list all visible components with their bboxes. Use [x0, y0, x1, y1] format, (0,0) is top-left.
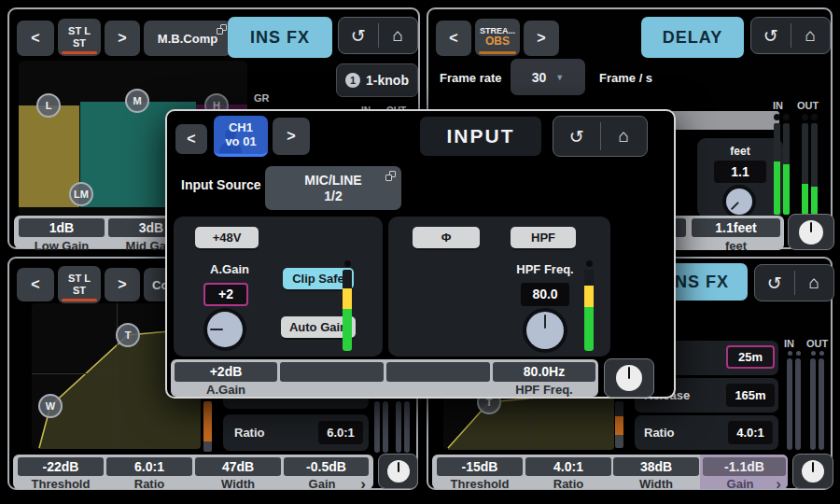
hpf-freq-label: HPF Freq. [510, 262, 581, 276]
in-meter-l [774, 114, 780, 215]
undo-button[interactable]: ↺ [339, 18, 378, 53]
release-row-value[interactable]: 165m [726, 384, 775, 407]
param-value-2[interactable] [280, 362, 384, 382]
out-meter-r [404, 401, 410, 453]
more-params-chevron[interactable]: › [772, 475, 785, 494]
touch-knob-button[interactable] [792, 454, 833, 489]
ratio-label: Ratio [106, 477, 192, 491]
touch-knob-button[interactable] [378, 454, 418, 489]
chevron-right-icon: > [287, 128, 295, 145]
undo-button[interactable]: ↺ [755, 265, 794, 301]
delay-tab[interactable]: DELAY [641, 17, 744, 58]
ins-fx-label: INS FX [669, 273, 729, 292]
channel-select-button[interactable]: STREA... OBS [475, 19, 520, 56]
gr-meter-base [615, 435, 623, 448]
gain-value[interactable]: -1.1dB [703, 457, 786, 476]
ratio-row-value[interactable]: 4.0:1 [728, 421, 773, 444]
out-meter-l [810, 351, 816, 450]
threshold-value[interactable]: -15dB [437, 457, 523, 476]
width-value[interactable]: 47dB [195, 457, 281, 476]
more-params-chevron[interactable]: › [357, 475, 370, 494]
mid-band-handle[interactable]: M [125, 89, 149, 113]
chevron-left-icon: < [31, 30, 39, 47]
in-meter-r [783, 114, 790, 215]
gain-value[interactable]: -0.5dB [284, 457, 369, 476]
ratio-row[interactable]: Ratio 4.0:1 [635, 415, 778, 450]
channel-select-button[interactable]: ST L ST [58, 266, 101, 303]
undo-button[interactable]: ↺ [751, 18, 791, 53]
prev-channel-button[interactable]: < [17, 268, 54, 301]
prev-channel-button[interactable]: < [436, 21, 471, 56]
feet-value[interactable]: 1.1 [714, 161, 766, 183]
home-button[interactable]: ⌂ [791, 18, 831, 53]
home-button[interactable]: ⌂ [601, 117, 648, 156]
copy-icon [217, 24, 227, 35]
effect-name-button[interactable]: M.B.Comp [144, 21, 231, 56]
hpf-freq-knob[interactable] [526, 312, 564, 349]
next-channel-button[interactable]: > [105, 21, 140, 56]
input-source-button[interactable]: MIC/LINE 1/2 [265, 166, 401, 210]
hpf-freq-value[interactable]: 80.0 [521, 283, 569, 306]
touch-knob-button[interactable] [788, 214, 834, 250]
again-knob[interactable] [207, 312, 243, 347]
knob-icon [802, 460, 824, 483]
ratio-value[interactable]: 4.0:1 [525, 457, 611, 476]
delay-knob[interactable] [721, 183, 758, 220]
one-knob-icon: 1 [345, 73, 360, 88]
in-meter-label: IN [773, 100, 783, 111]
out-meter-l [802, 114, 808, 215]
home-button[interactable]: ⌂ [795, 265, 834, 301]
next-channel-button[interactable]: > [524, 21, 559, 56]
out-meter-label: OUT [797, 100, 819, 111]
frame-rate-value: 30 [532, 70, 547, 85]
frame-rate-dropdown[interactable]: 30 ▼ [511, 59, 585, 95]
threshold-value[interactable]: -22dB [18, 457, 104, 476]
channel-select-button[interactable]: CH1 vo 01 [214, 116, 268, 157]
feet-param-value[interactable]: 1.1feet [692, 218, 780, 237]
preamp-section: +48V A.Gain +2 Clip Safe Auto Gain [174, 217, 383, 357]
gr-meter-base [203, 441, 212, 452]
touch-knob-button[interactable] [604, 358, 654, 398]
input-level-meter [584, 260, 594, 351]
again-param-value[interactable]: +2dB [175, 362, 277, 382]
threshold-label: Threshold [437, 477, 523, 491]
phase-button[interactable]: Φ [413, 227, 480, 248]
input-level-meter [343, 260, 352, 351]
in-meter-label: IN [784, 338, 794, 349]
nav-group: ↺ ⌂ [553, 116, 648, 157]
hpf-freq-param-value[interactable]: 80.0Hz [493, 362, 595, 382]
attack-row-value[interactable]: 25m [726, 345, 775, 369]
hpf-button[interactable]: HPF [511, 227, 576, 248]
prev-channel-button[interactable]: < [175, 124, 207, 154]
prev-channel-button[interactable]: < [17, 21, 54, 56]
knob-icon [387, 460, 410, 483]
hpf-section: Φ HPF HPF Freq. 80.0 [388, 217, 610, 357]
channel-name: vo 01 [225, 135, 256, 149]
undo-button[interactable]: ↺ [553, 117, 600, 156]
channel-select-button[interactable]: ST L ST [58, 19, 101, 56]
chevron-left-icon: < [449, 30, 457, 47]
frame-rate-label: Frame rate [440, 71, 501, 85]
low-gain-value[interactable]: 1dB [19, 218, 105, 237]
next-channel-button[interactable]: > [105, 268, 140, 301]
ratio-row-value[interactable]: 6.0:1 [318, 421, 363, 444]
one-knob-button[interactable]: 1 1-knob [336, 63, 418, 97]
threshold-handle[interactable]: T [116, 323, 140, 347]
low-mid-crossover-handle[interactable]: LM [69, 182, 93, 206]
next-channel-button[interactable]: > [273, 118, 310, 155]
param-value-3[interactable] [386, 362, 490, 382]
low-band-handle[interactable]: L [36, 93, 61, 118]
width-value[interactable]: 38dB [613, 457, 699, 476]
ins-fx-tab[interactable]: INS FX [228, 17, 332, 58]
channel-name-2: OBS [485, 35, 510, 49]
knob-icon [616, 365, 642, 391]
home-button[interactable]: ⌂ [379, 18, 418, 53]
ratio-value[interactable]: 6.0:1 [106, 457, 192, 476]
feet-param-label: feet [692, 239, 780, 253]
ratio-row[interactable]: Ratio 6.0:1 [223, 414, 369, 451]
width-handle[interactable]: W [38, 394, 63, 418]
copy-icon [385, 171, 396, 181]
again-value[interactable]: +2 [203, 283, 248, 306]
width-label: Width [613, 477, 699, 491]
phantom-48v-button[interactable]: +48V [195, 227, 259, 248]
